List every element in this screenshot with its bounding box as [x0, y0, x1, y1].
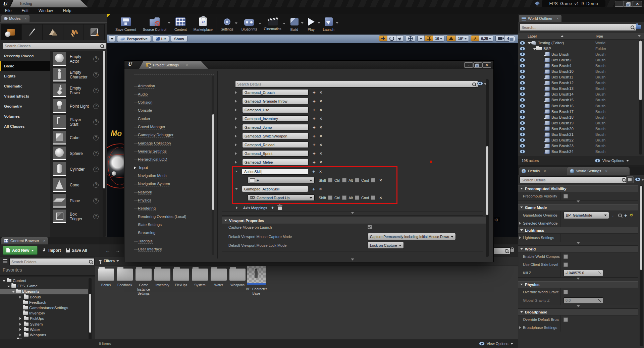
remove-mapping-icon[interactable]: × — [320, 134, 322, 138]
toolbar-button[interactable]: Build — [286, 17, 303, 32]
help-icon[interactable]: ? — [93, 182, 99, 188]
outliner-row[interactable]: Box Brush20 Brush — [518, 126, 638, 131]
mode-landscape-button[interactable] — [42, 24, 63, 40]
add-binding-icon[interactable]: + — [313, 151, 316, 156]
outliner-row[interactable]: Box Brush19 Brush — [518, 120, 638, 126]
remove-mapping-icon[interactable]: × — [320, 108, 322, 112]
asset-item[interactable]: Inventory — [153, 269, 172, 288]
capture-mode-dropdown[interactable]: Capture Permanently Including Initial Mo… — [368, 233, 456, 240]
mode-foliage-button[interactable] — [63, 24, 84, 40]
viewport-show-button[interactable]: Show — [171, 36, 187, 42]
visibility-eye-icon[interactable] — [518, 92, 526, 96]
details-view-options-button[interactable] — [635, 177, 644, 182]
outliner-row[interactable]: Box Brush16 Brush — [518, 103, 638, 109]
expander-icon[interactable] — [7, 286, 10, 289]
global-gravity-z-field[interactable]: 0.0 — [564, 297, 603, 304]
placement-item[interactable]: Player Start ? — [50, 114, 103, 130]
column-filter-icon[interactable] — [638, 35, 641, 38]
placement-item[interactable]: Empty Pawn ? — [50, 82, 103, 98]
add-icon[interactable]: + — [624, 213, 627, 218]
asset-item[interactable]: PickUps — [172, 269, 191, 288]
settings-nav-item[interactable]: Animation — [134, 82, 216, 90]
back-arrow-icon[interactable]: ← — [105, 247, 110, 253]
placement-scrollbar[interactable] — [103, 51, 106, 237]
expander-icon[interactable] — [12, 291, 15, 294]
viewport-perspective-button[interactable]: Perspective — [117, 36, 151, 42]
placement-item[interactable]: Cone ? — [50, 177, 103, 193]
import-button[interactable]: Import — [42, 248, 61, 253]
expander-icon[interactable] — [19, 296, 22, 298]
visibility-eye-icon[interactable] — [518, 69, 526, 73]
action-name-field[interactable]: Gamepad_Crouch — [242, 89, 309, 96]
add-binding-icon[interactable]: + — [312, 186, 315, 191]
action-name-field[interactable]: Gamepad_SwitchWeapon — [242, 133, 309, 139]
search-folders-field[interactable]: Search Folders — [9, 258, 95, 265]
asset-item[interactable]: Game Instance Settings — [134, 269, 153, 296]
outliner-row[interactable]: BSP Folder — [518, 46, 638, 51]
scale-snap-value[interactable]: 0,25 — [479, 36, 493, 41]
expander-icon[interactable] — [235, 109, 238, 111]
details-search-field[interactable]: Search Details — [520, 176, 628, 183]
help-icon[interactable]: ? — [93, 56, 99, 62]
toolbar-button[interactable]: Launch — [320, 17, 338, 32]
settings-nav-item[interactable]: General Settings — [134, 148, 216, 156]
visibility-eye-icon[interactable] — [518, 132, 526, 136]
dialog-restore-button[interactable] — [473, 62, 482, 68]
scale-snap-toggle[interactable]: ↗ — [471, 36, 479, 41]
add-binding-icon[interactable]: + — [313, 133, 316, 138]
outliner-row[interactable]: Box Brush13 Brush — [518, 86, 638, 92]
add-binding-icon[interactable]: + — [313, 90, 316, 95]
folder-tree-item[interactable]: System — [0, 322, 88, 327]
details-tab[interactable]: i Details × — [519, 167, 571, 175]
placement-item[interactable]: Box Trigger ? — [50, 209, 103, 224]
expander-icon[interactable] — [235, 117, 238, 120]
folder-tree-scrollbar[interactable] — [89, 278, 92, 347]
expander-icon[interactable] — [235, 152, 238, 155]
toolbar-button[interactable]: Cinematics — [261, 17, 285, 31]
help-icon[interactable]: ? — [93, 214, 99, 219]
rotation-snap-toggle[interactable] — [447, 36, 456, 41]
visibility-eye-icon[interactable] — [518, 144, 526, 148]
world-outliner-tab[interactable]: World Outliner × — [519, 15, 561, 22]
expander-icon[interactable] — [19, 323, 22, 326]
modifier-checkbox[interactable] — [355, 195, 359, 200]
expander-icon[interactable] — [519, 236, 522, 239]
visibility-eye-icon[interactable] — [518, 150, 526, 154]
folder-tree-item[interactable]: Bonus — [0, 294, 88, 300]
settings-nav-item[interactable]: Hierarchical LOD — [134, 156, 216, 164]
expander-icon[interactable] — [235, 135, 238, 137]
help-icon[interactable]: ? — [93, 198, 99, 204]
browse-icon[interactable] — [618, 214, 622, 217]
override-gravity-checkbox[interactable] — [564, 290, 568, 294]
settings-nav-item[interactable]: Network — [134, 188, 216, 196]
outliner-row[interactable]: Box Brush4 Brush — [518, 63, 638, 68]
rotation-snap-value[interactable]: 10° — [456, 36, 469, 41]
modifier-checkbox[interactable] — [371, 178, 375, 182]
details-scrollbar[interactable] — [640, 185, 643, 346]
section-viewport-properties[interactable]: Viewport Properties — [222, 217, 486, 224]
gamemode-override-dropdown[interactable]: BP_GameMode — [564, 212, 609, 219]
settings-nav-item[interactable]: Streaming — [134, 229, 216, 237]
expander-icon[interactable] — [235, 100, 238, 103]
expander-icon[interactable] — [528, 42, 531, 45]
folder-tree-item[interactable]: PickUps — [0, 316, 88, 321]
visibility-eye-icon[interactable] — [518, 115, 526, 119]
viewport-options-button[interactable] — [109, 36, 115, 42]
dialog-minimize-button[interactable]: – — [464, 62, 473, 68]
close-icon[interactable]: × — [25, 16, 27, 20]
toolbar-button[interactable]: Source Control — [140, 17, 170, 32]
enable-world-composition-checkbox[interactable] — [564, 254, 568, 259]
menu-item[interactable]: Window — [34, 7, 58, 14]
expander-icon[interactable] — [533, 48, 536, 51]
visibility-eye-icon[interactable] — [518, 75, 526, 79]
modifier-checkbox[interactable] — [371, 195, 375, 200]
client-side-level-checkbox[interactable] — [564, 263, 568, 267]
visibility-eye-icon[interactable] — [518, 41, 526, 45]
folder-tree-item[interactable]: Inventory — [0, 310, 88, 316]
close-icon[interactable]: × — [556, 16, 558, 20]
expander-icon[interactable] — [235, 143, 238, 146]
help-icon[interactable]: ? — [93, 151, 99, 156]
column-header-label[interactable]: Label — [518, 34, 537, 38]
visibility-eye-icon[interactable] — [518, 121, 526, 125]
outliner-row[interactable]: Box Brush23 Brush — [518, 143, 638, 149]
